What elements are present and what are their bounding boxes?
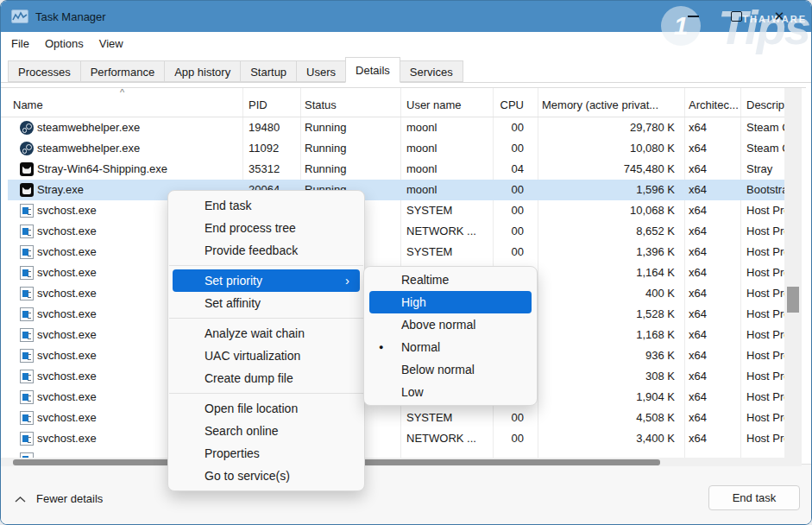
menu-item-go-to-service-s[interactable]: Go to service(s) <box>168 465 364 487</box>
fewer-details-toggle[interactable]: Fewer details <box>15 490 103 506</box>
vertical-scrollbar-thumb[interactable] <box>787 287 799 313</box>
menu-item-end-task[interactable]: End task <box>168 194 364 217</box>
cell-cpu: 00 <box>484 117 524 138</box>
submenu-item-realtime[interactable]: Realtime <box>364 269 537 291</box>
cell-name: svchost.exe <box>37 428 97 449</box>
menu-item-search-online[interactable]: Search online <box>168 420 364 442</box>
cell-arch: x64 <box>689 325 707 345</box>
column-header-mem[interactable]: Memory (active privat... <box>542 98 680 111</box>
window-controls: ✕ <box>671 1 801 32</box>
menu-item-create-dump-file[interactable]: Create dump file <box>168 367 364 389</box>
cell-desc: Host Pro <box>746 408 790 428</box>
table-row[interactable]: Stray-Win64-Shipping.exe35312Runningmoon… <box>8 159 784 180</box>
column-header-name[interactable]: Name <box>13 98 43 111</box>
tab-app-history[interactable]: App history <box>164 60 241 82</box>
table-row[interactable]: svchost.exeSYSTEM0010,068 Kx64Host Pro <box>8 200 784 221</box>
cell-mem: 10,068 K <box>543 200 675 221</box>
submenu-item-high[interactable]: High <box>369 291 532 313</box>
minimize-button[interactable] <box>671 1 714 32</box>
menubar-item-view[interactable]: View <box>91 37 131 50</box>
cell-desc: Host Pro <box>746 221 790 242</box>
submenu-item-normal[interactable]: ●Normal <box>364 336 537 358</box>
cell-name: svchost.exe <box>37 325 97 345</box>
tab-performance[interactable]: Performance <box>80 60 165 82</box>
cell-name: steamwebhelper.exe <box>37 117 140 138</box>
tab-details[interactable]: Details <box>345 57 400 83</box>
column-header-user[interactable]: User name <box>406 98 462 111</box>
horizontal-scrollbar[interactable] <box>1 458 784 466</box>
cell-cpu: 00 <box>484 200 524 221</box>
svchost-icon <box>20 328 34 342</box>
cell-name: svchost.exe <box>37 366 97 387</box>
column-header-desc[interactable]: Descripti <box>746 98 784 111</box>
svchost-icon <box>20 432 34 446</box>
svchost-icon <box>20 225 34 238</box>
cell-arch: x64 <box>689 304 707 325</box>
tab-processes[interactable]: Processes <box>8 60 81 82</box>
context-menu: End taskEnd process treeProvide feedback… <box>167 190 365 491</box>
submenu-arrow-icon: › <box>345 269 349 292</box>
table-row[interactable]: svchost.exeNETWORK ...003,400 Kx64Host P… <box>8 428 784 449</box>
svchost-icon <box>20 370 34 383</box>
priority-submenu: RealtimeHighAbove normal●NormalBelow nor… <box>363 266 538 406</box>
table-row[interactable]: steamwebhelper.exe19480Runningmoonl0029,… <box>8 117 784 138</box>
column-header-cpu[interactable]: CPU <box>484 98 524 111</box>
cell-pid: 35312 <box>249 159 280 180</box>
cell-mem: 1,528 K <box>543 304 675 325</box>
table-row[interactable]: steamwebhelper.exe11092Runningmoonl0010,… <box>8 138 784 159</box>
menu-item-label: Search online <box>205 424 279 438</box>
menubar-item-file[interactable]: File <box>3 37 37 50</box>
svchost-icon <box>20 411 34 425</box>
table-row[interactable]: Stray.exe20064Runningmoonl001,596 Kx64Bo… <box>8 180 784 200</box>
menu-item-set-priority[interactable]: Set priority› <box>173 269 360 292</box>
submenu-item-below-normal[interactable]: Below normal <box>364 358 537 381</box>
cell-status: Running <box>305 117 346 138</box>
submenu-item-above-normal[interactable]: Above normal <box>364 313 537 336</box>
table-row[interactable]: svchost.exeSYSTEM001,396 Kx64Host Pro <box>8 242 784 262</box>
menu-item-end-process-tree[interactable]: End process tree <box>168 217 364 239</box>
menu-item-analyze-wait-chain[interactable]: Analyze wait chain <box>168 322 364 345</box>
menu-item-open-file-location[interactable]: Open file location <box>168 397 364 420</box>
menu-item-label: Properties <box>205 446 260 460</box>
tab-startup[interactable]: Startup <box>240 60 297 82</box>
submenu-item-low[interactable]: Low <box>364 381 537 403</box>
cell-arch: x64 <box>689 345 707 366</box>
task-manager-window: Task Manager ✕ 1 Tips THAIWARE FileOptio… <box>0 0 812 525</box>
cell-mem: 1,904 K <box>543 387 675 408</box>
svchost-icon <box>20 266 34 280</box>
end-task-button-label: End task <box>733 491 777 504</box>
menu-item-provide-feedback[interactable]: Provide feedback <box>168 239 364 262</box>
cell-cpu: 00 <box>484 221 524 242</box>
cell-arch: x64 <box>689 117 707 138</box>
menu-item-properties[interactable]: Properties <box>168 442 364 465</box>
cell-desc: Host Pro <box>746 366 790 387</box>
vertical-scrollbar[interactable] <box>784 88 802 466</box>
cell-desc: Host Pro <box>746 325 790 345</box>
table-row[interactable]: svchost.exeNETWORK ...008,652 Kx64Host P… <box>8 221 784 242</box>
menu-item-label: UAC virtualization <box>205 349 300 363</box>
minimize-icon <box>688 16 699 17</box>
maximize-button[interactable] <box>714 1 758 32</box>
column-header-arch[interactable]: Architec... <box>689 98 739 111</box>
tab-bar: ProcessesPerformanceApp historyStartupUs… <box>1 54 811 83</box>
cell-mem: 1,396 K <box>543 242 675 262</box>
radio-dot-icon: ● <box>379 336 383 358</box>
menu-item-uac-virtualization[interactable]: UAC virtualization <box>168 345 364 367</box>
menubar-item-options[interactable]: Options <box>37 37 91 50</box>
cell-name: Stray.exe <box>37 180 84 200</box>
column-header-pid[interactable]: PID <box>249 98 268 111</box>
cell-arch: x64 <box>689 408 707 428</box>
table-row[interactable]: svchost.exeSYSTEM004,508 Kx64Host Pro <box>8 408 784 428</box>
title-bar: Task Manager ✕ <box>1 1 811 32</box>
menu-item-set-affinity[interactable]: Set affinity <box>168 292 364 314</box>
cell-desc: Host Pro <box>746 283 790 304</box>
cell-status: Running <box>305 159 346 180</box>
tab-services[interactable]: Services <box>400 60 463 82</box>
column-header-status[interactable]: Status <box>305 98 337 111</box>
cell-cpu: 00 <box>484 242 524 262</box>
end-task-button[interactable]: End task <box>708 485 800 510</box>
tab-users[interactable]: Users <box>296 60 346 82</box>
close-button[interactable]: ✕ <box>758 1 801 32</box>
cell-desc: Stray <box>746 159 790 180</box>
cell-desc: Steam C <box>746 138 790 159</box>
